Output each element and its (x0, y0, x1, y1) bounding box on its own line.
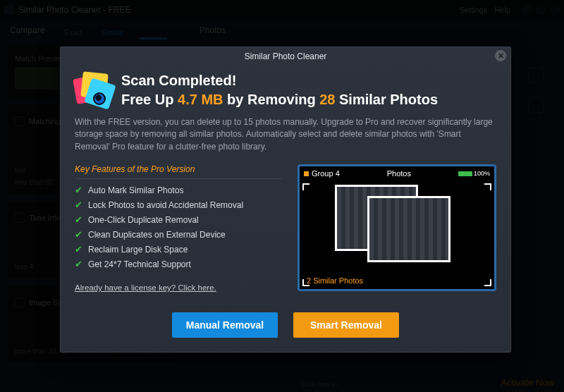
feature-item: ✔Lock Photos to avoid Accidental Removal (75, 200, 282, 210)
feature-item: ✔Get 24*7 Technical Support (75, 259, 282, 269)
close-icon[interactable]: ✕ (495, 50, 506, 61)
heading-prefix: Free Up (121, 92, 178, 107)
check-icon: ✔ (75, 214, 82, 225)
modal-description: With the FREE version, you can delete up… (75, 116, 496, 153)
modal-titlebar: Similar Photo Cleaner ✕ (61, 47, 510, 66)
preview-battery: 100% (474, 170, 490, 177)
smart-removal-button[interactable]: Smart Removal (293, 312, 399, 338)
heading-count: 28 (319, 92, 335, 107)
feature-item: ✔Auto Mark Similar Photos (75, 185, 282, 195)
manual-removal-button[interactable]: Manual Removal (172, 312, 278, 338)
similar-photos-preview: Group 4 Photos 100% 2 Similar Photos (298, 164, 496, 291)
feature-item: ✔One-Click Duplicate Removal (75, 214, 282, 225)
modal-title: Similar Photo Cleaner (245, 51, 327, 61)
check-icon: ✔ (75, 259, 82, 269)
group-dot-icon (304, 171, 309, 176)
heading-size: 4.7 MB (178, 92, 223, 107)
corner-icon (484, 183, 491, 190)
heading-line1: Scan Completed! (121, 73, 236, 88)
check-icon: ✔ (75, 244, 82, 255)
check-icon: ✔ (75, 200, 82, 210)
photo-stack-icon (75, 71, 111, 108)
feature-item: ✔Reclaim Large Disk Space (75, 244, 282, 255)
license-key-link[interactable]: Already have a license key? Click here. (75, 283, 216, 292)
hero-heading: Scan Completed! Free Up 4.7 MB by Removi… (121, 71, 438, 109)
heading-suffix: Similar Photos (335, 92, 438, 107)
scan-complete-dialog: Similar Photo Cleaner ✕ Scan Completed! … (60, 47, 511, 353)
check-icon: ✔ (75, 229, 82, 240)
corner-icon (484, 279, 491, 286)
preview-caption: 2 Similar Photos (307, 276, 363, 285)
heading-mid: by Removing (223, 92, 320, 107)
preview-photos-label: Photos (387, 169, 411, 178)
preview-photo-b (367, 196, 450, 262)
preview-group: Group 4 (312, 169, 340, 178)
corner-icon (302, 183, 309, 190)
features-title: Key Features of the Pro Version (75, 164, 282, 179)
battery-icon (458, 171, 472, 176)
check-icon: ✔ (75, 185, 82, 195)
feature-item: ✔Clean Duplicates on External Device (75, 229, 282, 240)
